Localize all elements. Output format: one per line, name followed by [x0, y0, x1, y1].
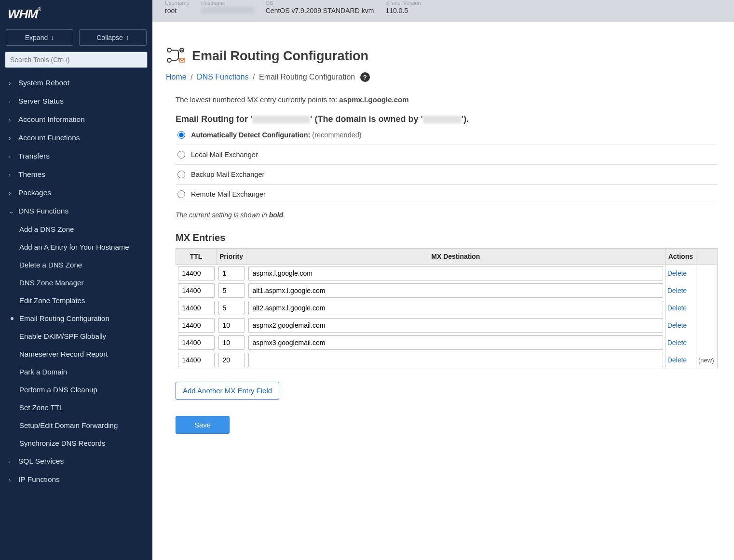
help-icon[interactable]: ?: [360, 72, 370, 82]
priority-input[interactable]: [218, 335, 245, 350]
ttl-input[interactable]: [178, 318, 215, 333]
username-label: Username: [165, 0, 190, 6]
page-title: Email Routing Configuration: [192, 49, 368, 64]
nav-account-functions[interactable]: ›Account Functions: [0, 129, 152, 147]
mx-row: Delete: [176, 334, 718, 351]
nav-system-reboot[interactable]: ›System Reboot: [0, 74, 152, 92]
add-mx-entry-button[interactable]: Add Another MX Entry Field: [176, 382, 279, 400]
chevron-right-icon: ›: [9, 171, 14, 178]
svg-point-0: [167, 48, 171, 52]
chevron-right-icon: ›: [9, 153, 14, 160]
nav-packages[interactable]: ›Packages: [0, 184, 152, 202]
arrow-up-icon: ↑: [126, 34, 129, 41]
sub-email-routing-config[interactable]: Email Routing Configuration: [0, 309, 152, 327]
sub-add-dns-zone[interactable]: Add a DNS Zone: [0, 220, 152, 238]
chevron-right-icon: ›: [9, 189, 14, 197]
priority-input[interactable]: [218, 301, 245, 315]
new-indicator: [696, 334, 718, 351]
ttl-input[interactable]: [178, 266, 215, 280]
chevron-right-icon: ›: [9, 458, 14, 465]
sub-nameserver-record-report[interactable]: Nameserver Record Report: [0, 345, 152, 363]
os-label: OS: [266, 0, 374, 6]
sub-park-a-domain[interactable]: Park a Domain: [0, 363, 152, 381]
chevron-right-icon: ›: [9, 134, 14, 142]
th-actions: Actions: [665, 249, 696, 265]
th-destination: MX Destination: [246, 249, 666, 265]
save-button[interactable]: Save: [176, 416, 230, 434]
destination-input[interactable]: [248, 301, 663, 315]
sub-edit-zone-templates[interactable]: Edit Zone Templates: [0, 292, 152, 309]
email-routing-icon: [166, 47, 185, 66]
radio-auto-label: Automatically Detect Configuration: (rec…: [191, 131, 362, 139]
ttl-input[interactable]: [178, 335, 215, 350]
radio-remote-label: Remote Mail Exchanger: [191, 190, 266, 198]
destination-input[interactable]: [248, 353, 663, 367]
sub-enable-dkim-spf[interactable]: Enable DKIM/SPF Globally: [0, 327, 152, 345]
destination-input[interactable]: [248, 266, 663, 280]
nav-sql-services[interactable]: ›SQL Services: [0, 452, 152, 470]
new-indicator: [696, 282, 718, 299]
delete-link[interactable]: Delete: [667, 321, 687, 329]
os-value: CentOS v7.9.2009 STANDARD kvm: [266, 6, 374, 14]
sidebar: WHM® Expand↓ Collapse↑ ›System Reboot ›S…: [0, 0, 152, 560]
destination-input[interactable]: [248, 318, 663, 333]
sub-dns-zone-manager[interactable]: DNS Zone Manager: [0, 274, 152, 292]
chevron-down-icon: ⌄: [9, 208, 14, 215]
collapse-button[interactable]: Collapse↑: [79, 29, 147, 46]
nav-account-information[interactable]: ›Account Information: [0, 110, 152, 129]
nav-server-status[interactable]: ›Server Status: [0, 92, 152, 110]
delete-link[interactable]: Delete: [667, 269, 687, 277]
chevron-right-icon: ›: [9, 80, 14, 87]
ttl-input[interactable]: [178, 353, 215, 367]
search-input[interactable]: [5, 52, 148, 68]
mx-entries-table: TTL Priority MX Destination Actions Dele…: [176, 248, 718, 369]
delete-link[interactable]: Delete: [667, 304, 687, 312]
radio-auto-detect[interactable]: [177, 131, 185, 139]
breadcrumb: Home / DNS Functions / Email Routing Con…: [166, 72, 718, 82]
chevron-right-icon: ›: [9, 476, 14, 483]
nav-transfers[interactable]: ›Transfers: [0, 147, 152, 165]
mx-row: Delete(new): [176, 351, 718, 369]
delete-link[interactable]: Delete: [667, 339, 687, 347]
th-priority: Priority: [217, 249, 246, 265]
radio-backup[interactable]: [177, 171, 185, 178]
breadcrumb-dns-functions[interactable]: DNS Functions: [197, 73, 249, 81]
hostname-value: [201, 6, 254, 15]
sub-delete-dns-zone[interactable]: Delete a DNS Zone: [0, 256, 152, 274]
priority-input[interactable]: [218, 283, 245, 298]
priority-input[interactable]: [218, 353, 245, 367]
nav-ip-functions[interactable]: ›IP Functions: [0, 470, 152, 489]
expand-button[interactable]: Expand↓: [6, 29, 73, 46]
sub-add-a-entry[interactable]: Add an A Entry for Your Hostname: [0, 238, 152, 256]
delete-link[interactable]: Delete: [667, 287, 687, 294]
breadcrumb-home[interactable]: Home: [166, 73, 187, 81]
mx-pointer-info: The lowest numbered MX entry currently p…: [176, 95, 718, 104]
destination-input[interactable]: [248, 283, 663, 298]
mx-row: Delete: [176, 282, 718, 299]
th-ttl: TTL: [176, 249, 217, 265]
chevron-right-icon: ›: [9, 98, 14, 105]
new-indicator: [696, 317, 718, 334]
nav-themes[interactable]: ›Themes: [0, 165, 152, 184]
svg-rect-3: [179, 58, 185, 62]
server-info-bar: Username root Hostname OS CentOS v7.9.20…: [152, 0, 734, 22]
destination-input[interactable]: [248, 335, 663, 350]
radio-local[interactable]: [177, 151, 185, 159]
priority-input[interactable]: [218, 266, 245, 280]
sub-set-zone-ttl[interactable]: Set Zone TTL: [0, 399, 152, 416]
sub-sync-dns-records[interactable]: Synchronize DNS Records: [0, 434, 152, 452]
sub-setup-domain-forwarding[interactable]: Setup/Edit Domain Forwarding: [0, 416, 152, 434]
delete-link[interactable]: Delete: [667, 356, 687, 364]
mx-row: Delete: [176, 265, 718, 282]
chevron-right-icon: ›: [9, 116, 14, 123]
radio-remote[interactable]: [177, 190, 185, 198]
ttl-input[interactable]: [178, 283, 215, 298]
nav-dns-functions[interactable]: ⌄DNS Functions: [0, 202, 152, 220]
new-indicator: (new): [696, 351, 718, 369]
sub-perform-dns-cleanup[interactable]: Perform a DNS Cleanup: [0, 381, 152, 399]
cpanel-version-value: 110.0.5: [385, 6, 421, 14]
priority-input[interactable]: [218, 318, 245, 333]
ttl-input[interactable]: [178, 301, 215, 315]
breadcrumb-current: Email Routing Configuration: [259, 73, 355, 81]
mx-row: Delete: [176, 317, 718, 334]
